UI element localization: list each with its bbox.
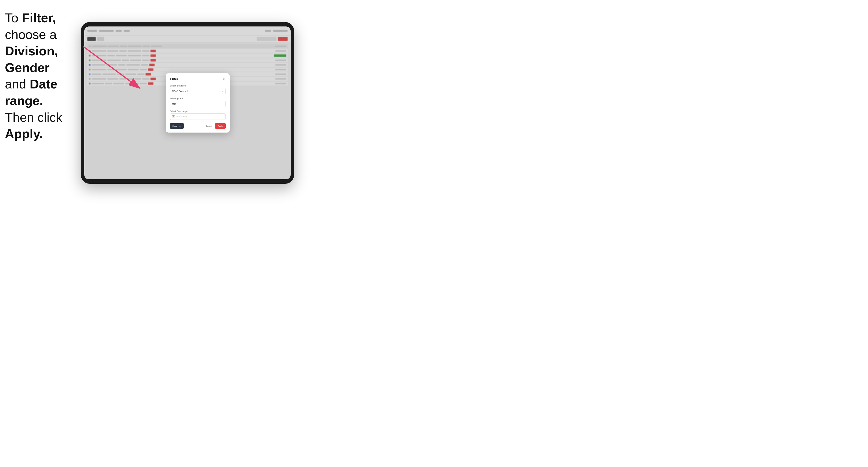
date-range-bold: Date range. [5, 77, 57, 108]
division-label: Select a division [170, 85, 226, 87]
gender-select[interactable]: Men [170, 101, 226, 107]
division-chevron-icon: ⌃ [223, 90, 225, 92]
date-range-group: Select Date range 📅 Pick a date [170, 110, 226, 120]
apply-button[interactable]: Apply [215, 123, 226, 129]
division-group: Select a division NCAA Division I × ⌃ [170, 85, 226, 94]
division-clear-icon[interactable]: × [221, 90, 223, 92]
tablet-screen: Filter × Select a division NCAA Division… [84, 27, 291, 179]
close-icon[interactable]: × [222, 77, 226, 81]
modal-header: Filter × [170, 77, 226, 81]
apply-bold: Apply. [5, 127, 43, 141]
calendar-icon: 📅 [172, 116, 175, 118]
date-range-label: Select Date range [170, 110, 226, 113]
division-gender-bold: Division, Gender [5, 44, 58, 75]
gender-select-wrapper: Men × ⌃ [170, 101, 226, 107]
gender-value: Men [172, 103, 177, 105]
gender-group: Select gender Men × ⌃ [170, 97, 226, 107]
cancel-button[interactable]: Cancel [204, 123, 214, 129]
gender-clear-icon[interactable]: × [221, 103, 223, 105]
instruction-text: To Filter, choose a Division, Gender and… [5, 10, 81, 142]
clear-filter-button[interactable]: Clear filter [170, 123, 184, 129]
cancel-apply-group: Cancel Apply [204, 123, 226, 129]
division-select-wrapper: NCAA Division I × ⌃ [170, 88, 226, 94]
gender-select-icons: × ⌃ [221, 103, 225, 105]
gender-chevron-icon: ⌃ [223, 103, 225, 105]
division-value: NCAA Division I [172, 90, 188, 92]
filter-modal: Filter × Select a division NCAA Division… [166, 73, 229, 132]
gender-label: Select gender [170, 97, 226, 100]
date-placeholder: Pick a date [176, 116, 187, 118]
modal-footer: Clear filter Cancel Apply [170, 123, 226, 129]
date-range-input[interactable]: 📅 Pick a date [170, 114, 226, 120]
division-select[interactable]: NCAA Division I [170, 88, 226, 94]
filter-bold: Filter, [22, 11, 56, 25]
modal-title: Filter [170, 77, 178, 81]
division-select-icons: × ⌃ [221, 90, 225, 92]
tablet-frame: Filter × Select a division NCAA Division… [81, 22, 294, 184]
